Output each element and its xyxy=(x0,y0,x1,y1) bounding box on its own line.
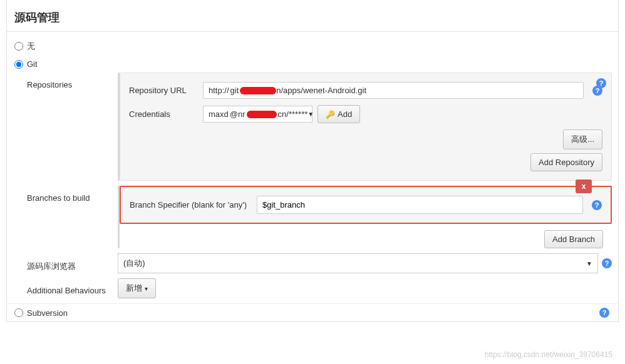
behaviours-label: Additional Behaviours xyxy=(27,278,118,295)
help-icon[interactable]: ? xyxy=(592,200,602,210)
advanced-button[interactable]: 高级... xyxy=(563,129,602,149)
delete-branch-button[interactable]: x xyxy=(576,179,592,193)
credentials-select[interactable]: maxd@nrcn/****** ▼ xyxy=(203,106,312,123)
scm-subversion-label: Subversion xyxy=(27,308,68,318)
scm-git-row[interactable]: Git xyxy=(7,56,618,73)
add-cred-label: Add xyxy=(338,109,352,119)
repo-url-input[interactable]: http://gitn/apps/wenet-Android.git xyxy=(203,82,584,99)
scm-git-radio[interactable] xyxy=(14,60,23,69)
branch-specifier-label: Branch Specifier (blank for 'any') xyxy=(130,200,252,210)
branches-label: Branches to build xyxy=(27,186,118,203)
browser-value: (自动) xyxy=(123,258,145,269)
section-title: 源码管理 xyxy=(7,0,618,32)
scm-git-label: Git xyxy=(27,59,38,69)
scm-none-radio[interactable] xyxy=(14,42,23,51)
chevron-down-icon: ▼ xyxy=(586,260,592,267)
cred-prefix: maxd xyxy=(209,109,229,119)
repo-url-suffix: n/apps/wenet-Android.git xyxy=(276,86,366,95)
help-icon[interactable]: ? xyxy=(599,308,609,318)
scm-none-label: 无 xyxy=(27,41,35,52)
add-repository-button[interactable]: Add Repository xyxy=(530,153,602,171)
redacted-icon xyxy=(240,87,276,94)
scm-none-row[interactable]: 无 xyxy=(7,37,618,56)
browser-label: 源码库浏览器 xyxy=(27,253,118,272)
help-icon[interactable]: ? xyxy=(596,78,606,88)
chevron-down-icon: ▼ xyxy=(307,111,314,118)
add-branch-button[interactable]: Add Branch xyxy=(544,230,603,248)
chevron-down-icon: ▾ xyxy=(145,285,148,292)
scm-subversion-radio[interactable] xyxy=(14,308,23,317)
credentials-label: Credentials xyxy=(129,109,198,119)
help-icon[interactable]: ? xyxy=(602,258,612,268)
repo-url-label: Repository URL xyxy=(129,86,198,95)
add-behaviour-button[interactable]: 新增 ▾ xyxy=(118,278,156,298)
repositories-label: Repositories xyxy=(27,73,118,89)
redacted-icon xyxy=(247,111,277,118)
browser-select[interactable]: (自动) ▼ xyxy=(118,253,598,273)
cred-suffix: cn/****** xyxy=(278,109,308,119)
add-behaviour-label: 新增 xyxy=(126,283,142,294)
key-icon: 🔑 xyxy=(326,110,335,119)
repo-url-prefix: http:// xyxy=(209,86,229,95)
branch-specifier-input[interactable] xyxy=(257,196,583,214)
repositories-box: ? Repository URL http://gitn/apps/wenet-… xyxy=(120,73,612,181)
add-credentials-button[interactable]: 🔑 Add xyxy=(318,105,360,123)
branches-box: x Branch Specifier (blank for 'any') ? xyxy=(120,186,612,224)
